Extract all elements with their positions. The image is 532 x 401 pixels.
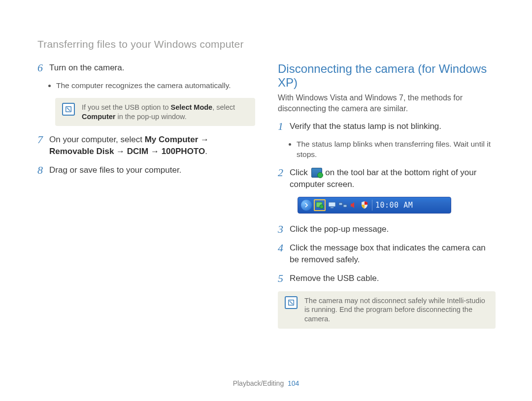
left-column: 6 Turn on the camera. The computer recog… <box>37 62 255 337</box>
step-number: 6 <box>37 62 44 73</box>
step-text: Turn on the camera. <box>49 62 255 74</box>
step-1: 1 Verify that the status lamp is not bli… <box>278 121 496 132</box>
tray-separator <box>372 200 372 211</box>
step-number: 1 <box>278 121 285 132</box>
safely-remove-icon <box>311 168 322 178</box>
shield-icon <box>360 201 369 210</box>
step-7: 7 On your computer, select My Computer →… <box>37 134 255 157</box>
note-text: The camera may not disconnect safely whi… <box>304 296 489 324</box>
safely-remove-tray-icon <box>315 201 324 210</box>
step-number: 2 <box>278 167 285 178</box>
section-intro: With Windows Vista and Windows 7, the me… <box>278 93 496 114</box>
step-text: Click the pop-up message. <box>290 223 496 235</box>
svg-rect-6 <box>343 205 347 207</box>
sub-item: The computer recognizes the camera autom… <box>56 81 255 91</box>
step-text: Click on the tool bar at the bottom righ… <box>290 167 496 190</box>
step-text: Drag or save files to your computer. <box>49 164 255 176</box>
step-5: 5 Remove the USB cable. <box>278 273 496 284</box>
step-text: Click the message box that indicates the… <box>290 242 496 266</box>
xp-taskbar: 10:00 AM <box>298 197 451 214</box>
sub-item: The status lamp blinks when transferring… <box>297 139 496 160</box>
safely-remove-tray-highlight <box>314 199 326 211</box>
step-3: 3 Click the pop-up message. <box>278 223 496 235</box>
note-icon <box>285 296 298 309</box>
step-8: 8 Drag or save files to your computer. <box>37 164 255 176</box>
svg-rect-4 <box>331 207 333 208</box>
note-icon <box>62 103 75 116</box>
footer-section: Playback/Editing <box>233 379 284 387</box>
network-icon <box>338 201 347 210</box>
section-heading: Disconnecting the camera (for Windows XP… <box>278 62 496 90</box>
display-icon <box>328 201 336 210</box>
right-column: Disconnecting the camera (for Windows XP… <box>278 62 496 337</box>
step-2: 2 Click on the tool bar at the bottom ri… <box>278 167 496 190</box>
page-number: 104 <box>288 379 299 387</box>
step-text: Remove the USB cable. <box>290 273 496 284</box>
svg-point-2 <box>320 205 324 209</box>
step-text: On your computer, select My Computer → R… <box>49 134 255 157</box>
note-intelli-studio: The camera may not disconnect safely whi… <box>278 291 496 329</box>
taskbar-figure: 10:00 AM <box>298 197 496 214</box>
manual-page: Transferring files to your Windows compu… <box>0 0 532 401</box>
note-text: If you set the USB option to Select Mode… <box>82 103 248 122</box>
tray-icons <box>314 199 369 211</box>
step-4: 4 Click the message box that indicates t… <box>278 242 496 266</box>
step-number: 3 <box>278 223 285 235</box>
tray-clock: 10:00 AM <box>375 201 413 210</box>
svg-rect-3 <box>329 202 335 207</box>
expand-tray-icon <box>301 200 312 211</box>
page-footer: Playback/Editing 104 <box>0 379 532 387</box>
page-title: Transferring files to your Windows compu… <box>37 38 496 50</box>
content-columns: 6 Turn on the camera. The computer recog… <box>37 62 496 337</box>
step-number: 5 <box>278 273 285 284</box>
note-usb-option: If you set the USB option to Select Mode… <box>55 98 255 126</box>
step-6-sub: The computer recognizes the camera autom… <box>37 81 255 91</box>
step-6: 6 Turn on the camera. <box>37 62 255 74</box>
svg-rect-5 <box>339 203 342 205</box>
step-number: 7 <box>37 134 44 145</box>
step-1-sub: The status lamp blinks when transferring… <box>278 139 496 160</box>
volume-icon <box>349 201 358 210</box>
step-number: 4 <box>278 242 285 253</box>
step-text: Verify that the status lamp is not blink… <box>290 121 496 132</box>
step-number: 8 <box>37 164 44 176</box>
